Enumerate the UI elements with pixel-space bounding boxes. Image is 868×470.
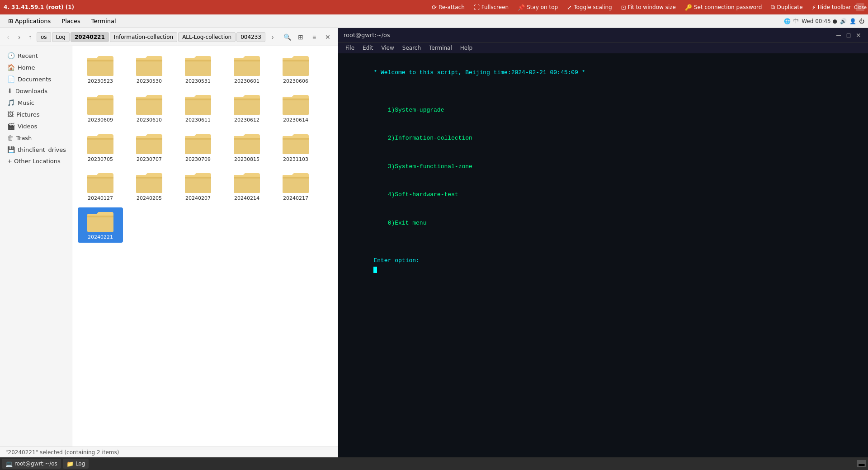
file-item[interactable]: 20230610	[127, 90, 172, 126]
back-button[interactable]: ‹	[4, 31, 13, 43]
sidebar-item-trash[interactable]: 🗑 Trash	[2, 132, 70, 144]
svg-rect-35	[234, 99, 260, 100]
term-menu-edit[interactable]: Edit	[359, 44, 377, 52]
sidebar-item-documents[interactable]: 📄 Documents	[2, 73, 70, 85]
search-button[interactable]: 🔍	[281, 31, 293, 43]
term-welcome: * Welcome to this script, Beijing time:2…	[345, 59, 861, 87]
file-item[interactable]: 20230614	[273, 90, 318, 126]
file-item[interactable]: 20230606	[273, 52, 318, 87]
terminal-minimize-btn[interactable]: ─	[835, 31, 843, 39]
sidebar-item-recent[interactable]: 🕐 Recent	[2, 50, 70, 61]
sort-button[interactable]: ≡	[308, 31, 321, 43]
forward-button[interactable]: ›	[14, 31, 24, 43]
sidebar-item-thinclient[interactable]: 💾 thinclient_drives	[2, 144, 70, 155]
breadcrumb-num[interactable]: 004233	[236, 32, 265, 42]
file-item[interactable]: 20230709	[175, 130, 221, 165]
file-item[interactable]: 20240217	[273, 169, 318, 204]
view-options-button[interactable]: ⊞	[294, 31, 307, 43]
close-btn[interactable]: Close	[856, 3, 864, 11]
file-item[interactable]: 20230612	[224, 90, 269, 126]
sidebar-label-other: + Other Locations	[7, 158, 61, 164]
folder-icon	[233, 92, 260, 116]
svg-rect-26	[136, 99, 162, 115]
up-button[interactable]: ↑	[26, 31, 35, 43]
file-item[interactable]: 20230523	[78, 52, 123, 87]
term-menu4: 4)Soft-hardware-test	[345, 181, 861, 209]
sidebar-label-videos: Videos	[18, 123, 37, 130]
sidebar-item-downloads[interactable]: ⬇ Downloads	[2, 85, 70, 97]
hide-toolbar-btn[interactable]: ⚡ Hide toolbar	[810, 3, 853, 12]
lightning-icon: ⚡	[812, 4, 816, 11]
folder-icon	[87, 92, 114, 116]
breadcrumb-date[interactable]: 20240221	[71, 32, 109, 42]
file-item[interactable]: 20240127	[78, 169, 123, 204]
file-item[interactable]: 20230611	[175, 90, 221, 126]
breadcrumb-os[interactable]: os	[37, 32, 51, 42]
places-menu[interactable]: Places	[57, 16, 85, 26]
stay-on-top-btn[interactable]: 📌 Stay on top	[516, 3, 560, 12]
svg-rect-67	[136, 177, 162, 179]
sidebar-item-videos[interactable]: 🎬 Videos	[2, 120, 70, 132]
file-label: 20240221	[86, 234, 114, 241]
applications-menu[interactable]: ⊞ Applications	[4, 16, 55, 26]
breadcrumb-log[interactable]: Log	[52, 32, 70, 42]
file-item[interactable]: 20240205	[127, 169, 172, 204]
fit-window-btn[interactable]: ⊡ Fit to window size	[619, 3, 678, 12]
breadcrumb-more[interactable]: ›	[266, 31, 279, 43]
sidebar-label-home: Home	[18, 64, 35, 71]
folder-icon	[87, 53, 114, 77]
taskbar-terminal-label: root@gwrt:~/os	[14, 461, 57, 467]
set-password-btn[interactable]: 🔑 Set connection password	[683, 3, 764, 12]
taskbar-item-filemanager[interactable]: 📁 Log	[63, 459, 89, 469]
file-item[interactable]: 20230530	[127, 52, 172, 87]
taskbar-item-terminal[interactable]: 💻 root@gwrt:~/os	[2, 459, 61, 469]
term-menu-file[interactable]: File	[342, 44, 358, 52]
terminal-menu[interactable]: Terminal	[87, 16, 121, 26]
term-prompt: Enter option:	[373, 257, 419, 264]
term-menu-view[interactable]: View	[377, 44, 397, 52]
sidebar-item-music[interactable]: 🎵 Music	[2, 97, 70, 108]
fullscreen-btn[interactable]: ⛶ Fullscreen	[472, 3, 510, 12]
sidebar-item-home[interactable]: 🏠 Home	[2, 61, 70, 73]
term-menu-terminal[interactable]: Terminal	[425, 44, 456, 52]
folder-icon	[282, 170, 309, 194]
terminal-label: Terminal	[91, 18, 116, 24]
taskbar-right: ▬	[857, 460, 866, 467]
sidebar-item-pictures[interactable]: 🖼 Pictures	[2, 108, 70, 120]
svg-rect-55	[234, 138, 260, 140]
file-item[interactable]: 20230609	[78, 90, 123, 126]
folder-icon	[282, 92, 309, 116]
term-menu-search[interactable]: Search	[399, 44, 425, 52]
terminal-body[interactable]: * Welcome to this script, Beijing time:2…	[338, 53, 868, 457]
svg-rect-11	[185, 60, 211, 61]
term-menu-help[interactable]: Help	[457, 44, 476, 52]
sidebar-item-other-locations[interactable]: + Other Locations	[2, 155, 70, 167]
file-manager: ‹ › ↑ os Log 20240221 Information-collec…	[0, 28, 338, 457]
file-label: 20230611	[184, 117, 212, 124]
file-item[interactable]: 20231103	[273, 130, 318, 165]
svg-rect-59	[283, 138, 309, 140]
file-item[interactable]: 20230531	[175, 52, 221, 87]
file-label: 20230601	[233, 78, 261, 85]
terminal-close-btn[interactable]: ✕	[854, 31, 863, 39]
file-item[interactable]: 20230601	[224, 52, 269, 87]
term-blank2	[345, 237, 861, 247]
terminal-maximize-btn[interactable]: □	[844, 31, 853, 39]
main-layout: ‹ › ↑ os Log 20240221 Information-collec…	[0, 28, 868, 457]
home-icon: 🏠	[7, 64, 15, 71]
file-item[interactable]: 20230707	[127, 130, 172, 165]
breadcrumb-info[interactable]: Information-collection	[110, 32, 177, 42]
folder-icon	[184, 132, 212, 155]
toggle-scaling-btn[interactable]: ⤢ Toggle scaling	[565, 3, 614, 12]
file-item[interactable]: 20230705	[78, 130, 123, 165]
close-fm-button[interactable]: ✕	[321, 31, 334, 43]
breadcrumb-all[interactable]: ALL-Log-collection	[178, 32, 236, 42]
taskbar-window-btn[interactable]: ▬	[857, 460, 866, 467]
duplicate-btn[interactable]: ⧉ Duplicate	[769, 3, 804, 12]
file-item[interactable]: 20240207	[175, 169, 221, 204]
file-item[interactable]: 20230815	[224, 130, 269, 165]
file-item[interactable]: 20240221	[78, 207, 123, 243]
terminal-panel: root@gwrt:~/os ─ □ ✕ File Edit View Sear…	[338, 28, 868, 457]
re-attach-btn[interactable]: ⟳ Re-attach	[430, 3, 467, 12]
file-item[interactable]: 20240214	[224, 169, 269, 204]
